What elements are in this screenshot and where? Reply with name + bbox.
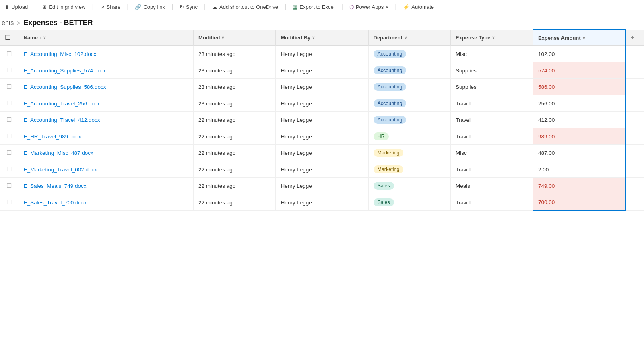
row-checkbox[interactable]: ☐ xyxy=(0,145,19,161)
checkbox-icon: ☐ xyxy=(6,149,12,156)
expense-type-cell: Meals xyxy=(450,178,533,194)
table-row: ☐E_Sales_Meals_749.docx22 minutes agoHen… xyxy=(0,178,644,194)
row-checkbox[interactable]: ☐ xyxy=(0,194,19,211)
department-cell: Accounting xyxy=(368,95,450,112)
row-checkbox[interactable]: ☐ xyxy=(0,178,19,194)
row-add xyxy=(625,161,644,178)
expense-amount-cell: 749.00 xyxy=(533,178,625,194)
row-add xyxy=(625,62,644,79)
modified-date: 22 minutes ago xyxy=(194,128,276,145)
row-add xyxy=(625,79,644,95)
sort-asc-icon: ↑ xyxy=(39,35,41,40)
toolbar: ⬆ Upload | ⊞ Edit in grid view | ↗ Share… xyxy=(0,0,644,14)
checkbox-icon: ☐ xyxy=(6,133,12,140)
select-all-header[interactable]: ☐ xyxy=(0,30,19,46)
row-add xyxy=(625,145,644,161)
col-header-add[interactable]: + xyxy=(625,30,644,46)
department-cell: Marketing xyxy=(368,161,450,178)
modified-date: 22 minutes ago xyxy=(194,194,276,211)
row-checkbox[interactable]: ☐ xyxy=(0,95,19,112)
checkbox-icon: ☐ xyxy=(6,67,12,74)
modified-by: Henry Legge xyxy=(276,62,368,79)
department-badge: Accounting xyxy=(374,99,407,107)
toolbar-item-grid-view[interactable]: ⊞ Edit in grid view xyxy=(42,4,85,10)
expense-amount-cell: 2.00 xyxy=(533,161,625,178)
department-badge: Accounting xyxy=(374,50,407,58)
modified-date: 22 minutes ago xyxy=(194,112,276,128)
table-row: ☐E_Accounting_Supplies_586.docx23 minute… xyxy=(0,79,644,95)
grid-icon: ⊞ xyxy=(42,4,47,10)
table-row: ☐E_Accounting_Misc_102.docx23 minutes ag… xyxy=(0,46,644,62)
department-cell: Marketing xyxy=(368,145,450,161)
row-checkbox[interactable]: ☐ xyxy=(0,46,19,62)
col-header-expense-type[interactable]: Expense Type ∨ xyxy=(450,30,533,46)
department-badge: Marketing xyxy=(374,149,404,157)
expense-type-cell: Travel xyxy=(450,161,533,178)
modified-by: Henry Legge xyxy=(276,95,368,112)
toolbar-item-share[interactable]: ↗ Share xyxy=(100,4,121,10)
modified-date: 22 minutes ago xyxy=(194,161,276,178)
row-checkbox[interactable]: ☐ xyxy=(0,62,19,79)
file-name[interactable]: E_Marketing_Travel_002.docx xyxy=(19,161,194,178)
checkbox-icon: ☐ xyxy=(6,50,12,57)
toolbar-item-upload[interactable]: ⬆ Upload xyxy=(5,4,28,10)
file-name[interactable]: E_Accounting_Misc_102.docx xyxy=(19,46,194,62)
row-add xyxy=(625,128,644,145)
toolbar-item-power-apps[interactable]: ⬡ Power Apps ∨ xyxy=(349,4,388,10)
toolbar-item-copy-link[interactable]: 🔗 Copy link xyxy=(135,4,165,10)
expense-type-cell: Travel xyxy=(450,95,533,112)
file-name[interactable]: E_Sales_Meals_749.docx xyxy=(19,178,194,194)
col-header-name[interactable]: Name ↑ ∨ xyxy=(19,30,194,46)
modified-date: 23 minutes ago xyxy=(194,95,276,112)
automate-icon: ⚡ xyxy=(403,4,409,10)
file-name[interactable]: E_Accounting_Supplies_574.docx xyxy=(19,62,194,79)
col-header-expense-amount[interactable]: Expense Amount ∨ xyxy=(533,30,625,46)
modified-by: Henry Legge xyxy=(276,178,368,194)
department-cell: Accounting xyxy=(368,62,450,79)
col-header-department[interactable]: Department ∨ xyxy=(368,30,450,46)
department-badge: Marketing xyxy=(374,165,404,173)
row-checkbox[interactable]: ☐ xyxy=(0,128,19,145)
expense-amount-cell: 487.00 xyxy=(533,145,625,161)
file-name[interactable]: E_Accounting_Supplies_586.docx xyxy=(19,79,194,95)
col-header-modified-by[interactable]: Modified By ∨ xyxy=(276,30,368,46)
checkbox-icon: ☐ xyxy=(6,199,12,206)
expense-amount-cell: 586.00 xyxy=(533,79,625,95)
breadcrumb-parent[interactable]: ents xyxy=(2,19,14,27)
toolbar-item-export-excel[interactable]: ▦ Export to Excel xyxy=(293,4,334,10)
toolbar-item-add-shortcut[interactable]: ☁ Add shortcut to OneDrive xyxy=(212,4,278,10)
expense-amount-cell: 989.00 xyxy=(533,128,625,145)
modified-by: Henry Legge xyxy=(276,145,368,161)
table-row: ☐E_Sales_Travel_700.docx22 minutes agoHe… xyxy=(0,194,644,211)
department-badge: Accounting xyxy=(374,116,407,124)
toolbar-item-sync[interactable]: ↻ Sync xyxy=(180,4,198,10)
file-name[interactable]: E_Sales_Travel_700.docx xyxy=(19,194,194,211)
file-list-container: ☐ Name ↑ ∨ Modified ∨ xyxy=(0,29,644,362)
file-name[interactable]: E_Accounting_Travel_256.docx xyxy=(19,95,194,112)
table-row: ☐E_Marketing_Travel_002.docx22 minutes a… xyxy=(0,161,644,178)
col-header-modified[interactable]: Modified ∨ xyxy=(194,30,276,46)
share-icon: ↗ xyxy=(100,4,105,10)
modified-by: Henry Legge xyxy=(276,46,368,62)
department-cell: Accounting xyxy=(368,112,450,128)
expense-type-sort-icon: ∨ xyxy=(492,35,495,40)
add-column-icon: + xyxy=(631,34,634,41)
file-name[interactable]: E_Accounting_Travel_412.docx xyxy=(19,112,194,128)
modified-date: 22 minutes ago xyxy=(194,178,276,194)
department-sort-icon: ∨ xyxy=(404,35,407,40)
file-name[interactable]: E_Marketing_Misc_487.docx xyxy=(19,145,194,161)
row-checkbox[interactable]: ☐ xyxy=(0,79,19,95)
expense-amount-cell: 102.00 xyxy=(533,46,625,62)
toolbar-item-automate[interactable]: ⚡ Automate xyxy=(403,4,434,10)
row-checkbox[interactable]: ☐ xyxy=(0,112,19,128)
file-name[interactable]: E_HR_Travel_989.docx xyxy=(19,128,194,145)
row-add xyxy=(625,194,644,211)
table-row: ☐E_Accounting_Travel_412.docx22 minutes … xyxy=(0,112,644,128)
row-checkbox[interactable]: ☐ xyxy=(0,161,19,178)
powerapps-icon: ⬡ xyxy=(349,4,354,10)
modified-date: 23 minutes ago xyxy=(194,62,276,79)
expense-type-cell: Travel xyxy=(450,194,533,211)
department-cell: Sales xyxy=(368,194,450,211)
row-add xyxy=(625,112,644,128)
expense-type-cell: Travel xyxy=(450,112,533,128)
